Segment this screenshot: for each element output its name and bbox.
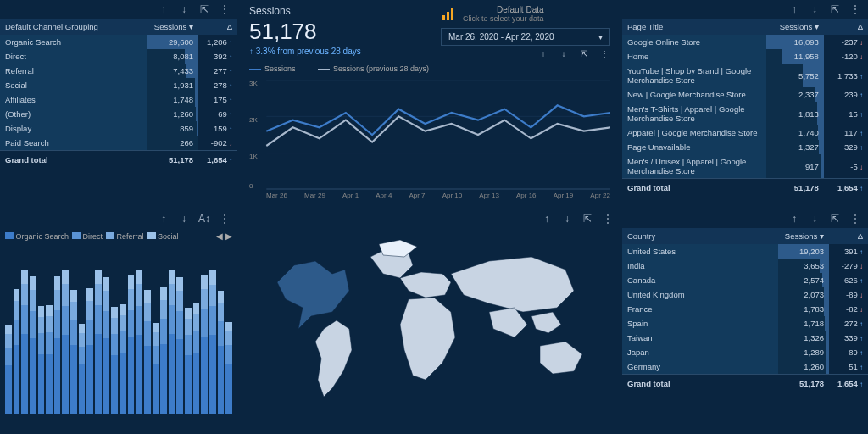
table-row[interactable]: United States19,203391 [622, 244, 868, 259]
svg-rect-1 [447, 12, 449, 20]
table-row[interactable]: Paid Search266-902 [0, 136, 237, 151]
table-row[interactable]: Men's / Unisex | Apparel | Google Mercha… [622, 154, 868, 179]
table-row[interactable]: Page Unavailable1,327329 [622, 140, 868, 154]
up-arrow-icon[interactable]: ↑ [158, 3, 170, 15]
row-delta: -902 [198, 136, 237, 151]
down-arrow-icon[interactable]: ↓ [809, 213, 821, 225]
total-sessions: 51,178 [147, 151, 198, 170]
down-arrow-icon[interactable]: ↓ [178, 3, 190, 15]
table-row[interactable]: Japan1,28989 [622, 345, 868, 359]
up-arrow-icon[interactable]: ↑ [537, 47, 549, 59]
col-delta[interactable]: Δ [829, 228, 868, 244]
row-name: Page Unavailable [622, 140, 766, 154]
export-icon[interactable]: ⇱ [829, 213, 841, 225]
stacked-bar [218, 291, 225, 414]
row-sessions: 8,081 [147, 49, 198, 64]
up-arrow-icon[interactable]: ↑ [788, 213, 800, 225]
col-channel[interactable]: Default Channel Grouping [0, 19, 147, 35]
row-delta: 69 [198, 107, 237, 121]
channel-panel: ↑ ↓ ⇱ ⋮ Default Channel Grouping Session… [0, 0, 237, 208]
table-row[interactable]: Germany1,26051 [622, 359, 868, 375]
row-delta: 277 [198, 64, 237, 78]
table-row[interactable]: Referral7,433277 [0, 64, 237, 78]
export-icon[interactable]: ⇱ [829, 3, 841, 15]
row-name: India [622, 259, 778, 273]
export-icon[interactable]: ⇱ [578, 47, 590, 59]
row-sessions: 917 [766, 154, 824, 179]
page-table: Page Title Sessions ▾ Δ Google Online St… [622, 19, 868, 197]
total-label: Grand total [0, 151, 147, 170]
col-delta[interactable]: Δ [198, 19, 237, 35]
col-country[interactable]: Country [622, 228, 778, 244]
col-sessions[interactable]: Sessions ▾ [766, 19, 824, 35]
table-row[interactable]: New | Google Merchandise Store2,337239 [622, 87, 868, 102]
table-row[interactable]: Direct8,081392 [0, 49, 237, 64]
row-name: Google Online Store [622, 35, 766, 49]
stacked-bar [144, 290, 151, 414]
up-arrow-icon[interactable]: ↑ [788, 3, 800, 15]
more-icon[interactable]: ⋮ [219, 3, 231, 15]
row-sessions: 859 [147, 121, 198, 136]
down-arrow-icon[interactable]: ↓ [178, 213, 190, 225]
up-arrow-icon[interactable]: ↑ [158, 213, 170, 225]
row-name: (Other) [0, 107, 147, 121]
date-range-text: Mar 26, 2020 - Apr 22, 2020 [448, 32, 554, 42]
stacked-bar [95, 270, 102, 414]
col-page[interactable]: Page Title [622, 19, 766, 35]
sessions-line-chart: 3K 2K 1K 0 [249, 80, 610, 190]
total-sessions: 51,178 [778, 375, 829, 393]
table-row[interactable]: YouTube | Shop by Brand | Google Merchan… [622, 64, 868, 87]
row-name: United States [622, 244, 778, 259]
table-row[interactable]: United Kingdom2,073-89 [622, 287, 868, 302]
col-sessions[interactable]: Sessions ▾ [778, 228, 829, 244]
stacked-bar [160, 287, 167, 414]
row-sessions: 1,783 [778, 302, 829, 316]
stacked-bar [185, 308, 192, 414]
table-row[interactable]: Affiliates1,748175 [0, 92, 237, 107]
table-row[interactable]: Home11,958-120 [622, 49, 868, 64]
sessions-panel: Sessions 51,178 ↑ 3.3% from previous 28 … [239, 0, 620, 208]
table-row[interactable]: (Other)1,26069 [0, 107, 237, 121]
legend-pager[interactable]: ◀ ▶ [216, 231, 232, 241]
table-row[interactable]: Men's T-Shirts | Apparel | Google Mercha… [622, 102, 868, 125]
stacked-bar [5, 326, 12, 414]
world-map[interactable] [252, 231, 608, 418]
col-delta[interactable]: Δ [824, 19, 868, 35]
more-icon[interactable]: ⋮ [849, 3, 861, 15]
table-row[interactable]: Spain1,718272 [622, 316, 868, 331]
row-name: Apparel | Google Merchandise Store [622, 125, 766, 140]
row-name: Social [0, 78, 147, 92]
table-row[interactable]: Canada2,574626 [622, 273, 868, 287]
table-row[interactable]: Google Online Store16,093-237 [622, 35, 868, 49]
table-row[interactable]: Display859159 [0, 121, 237, 136]
more-icon[interactable]: ⋮ [849, 213, 861, 225]
down-arrow-icon[interactable]: ↓ [561, 213, 573, 225]
export-icon[interactable]: ⇱ [198, 3, 210, 15]
table-row[interactable]: Social1,931278 [0, 78, 237, 92]
table-row[interactable]: Apparel | Google Merchandise Store1,7401… [622, 125, 868, 140]
total-delta: 1,654 [824, 179, 868, 198]
up-arrow-icon[interactable]: ↑ [541, 213, 553, 225]
down-arrow-icon[interactable]: ↓ [809, 3, 821, 15]
date-range-picker[interactable]: Mar 26, 2020 - Apr 22, 2020 ▾ [441, 28, 610, 46]
table-row[interactable]: India3,653-279 [622, 259, 868, 273]
more-icon[interactable]: ⋮ [602, 213, 614, 225]
table-row[interactable]: France1,783-82 [622, 302, 868, 316]
more-icon[interactable]: ⋮ [219, 213, 231, 225]
row-delta: 117 [824, 125, 868, 140]
data-source-selector[interactable]: Default Data Click to select your data [441, 5, 610, 23]
table-row[interactable]: Taiwan1,326339 [622, 331, 868, 345]
table-row[interactable]: Organic Search29,6001,206 [0, 35, 237, 49]
sort-icon[interactable]: A↕ [198, 213, 210, 225]
row-delta: 391 [829, 244, 868, 259]
col-sessions[interactable]: Sessions ▾ [147, 19, 198, 35]
export-icon[interactable]: ⇱ [581, 213, 593, 225]
down-arrow-icon[interactable]: ↓ [558, 47, 570, 59]
stacked-bar [176, 277, 183, 414]
row-name: Paid Search [0, 136, 147, 151]
chevron-down-icon: ▾ [598, 32, 603, 42]
row-delta: -279 [829, 259, 868, 273]
more-icon[interactable]: ⋮ [598, 47, 610, 59]
row-name: Germany [622, 359, 778, 375]
row-delta: -89 [829, 287, 868, 302]
